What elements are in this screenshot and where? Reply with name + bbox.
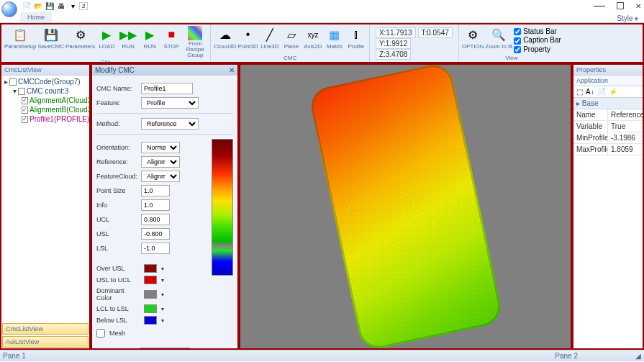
tree-item[interactable]: AlignmentB(Cloud3D) [3, 105, 88, 114]
print-icon[interactable]: 🖶 [56, 1, 66, 11]
lsl-input[interactable] [141, 243, 170, 254]
colorbar [212, 139, 233, 276]
info-z: Z:3.4708 [376, 49, 411, 60]
resize-grip-icon[interactable]: ◢ [635, 352, 641, 360]
chk-captionbar[interactable]: Caption Bar [514, 36, 561, 44]
featurecloud-select[interactable]: AlignmentB [141, 171, 180, 182]
info-x: X:11.7913 [376, 27, 416, 38]
pointsize-input[interactable] [141, 185, 170, 196]
ribbon-group-label: View [462, 54, 561, 62]
ribbon: 📋ParamSetup 💾SaveCMC ⚙Parameters ▶LOAD ▶… [0, 23, 644, 63]
modify-panel: Modify CMC✕ CMC Name: Feature:Profile Me… [91, 63, 239, 350]
usl-input[interactable] [141, 228, 170, 240]
option-button[interactable]: ⚙OPTION [462, 26, 484, 50]
profile-button[interactable]: ⫿Profile [346, 26, 366, 50]
point3d-button[interactable]: •Point3D [237, 26, 258, 50]
ribbon-group-file: 📋ParamSetup 💾SaveCMC ⚙Parameters ▶LOAD ▶… [1, 24, 211, 62]
tree-item[interactable]: AlignmentA(Cloud3D) [3, 96, 88, 105]
info-input[interactable] [141, 199, 170, 211]
minimize-button[interactable]: — [594, 0, 605, 12]
prop-row: MinProfile-3.1986 [573, 132, 643, 144]
qat-more-icon[interactable]: ▾ [68, 1, 78, 11]
orientation-select[interactable]: Normal [141, 142, 180, 153]
info-y: Y:1.9912 [376, 38, 411, 49]
properties-subtitle: Application [573, 76, 643, 86]
over-usl-swatch[interactable] [144, 264, 157, 273]
ribbon-group-info: X:11.7913T:0.0547 Y:1.9912 Z:3.4708 Info [370, 24, 459, 62]
chk-statusbar[interactable]: Status Bar [514, 27, 561, 35]
ribbon-group-label: CMC [214, 54, 366, 62]
statusbar: Pane 1 Pane 2◢ [0, 350, 644, 361]
cmc-tree[interactable]: ▸CMCCode(Group7) ▾CMC count:3 AlignmentA… [1, 76, 89, 322]
maximize-button[interactable] [617, 2, 624, 9]
run2-button[interactable]: ▶RUN [140, 26, 160, 50]
plane-button[interactable]: ▱Plane [281, 26, 301, 50]
method-select[interactable]: Reference [141, 118, 199, 130]
ucl-input[interactable] [141, 214, 170, 225]
prop-row: NameReferenceCloud [573, 109, 643, 121]
ok-button[interactable]: OK [140, 348, 190, 348]
prop-sort-icon[interactable]: ⬚ [576, 88, 583, 96]
axis2d-button[interactable]: xyzAxis2D [303, 26, 323, 50]
prop-doc-icon[interactable]: 📄 [597, 88, 606, 96]
tab-aoilistview[interactable]: AoiListView [2, 336, 89, 348]
status-pane2: Pane 2 [555, 352, 578, 360]
below-lsl-swatch[interactable] [144, 316, 157, 325]
close-icon[interactable]: ✕ [229, 66, 235, 74]
prop-category[interactable]: ▸ Base [573, 98, 643, 109]
tab-home[interactable]: Home [20, 12, 52, 22]
status-pane1: Pane 1 [3, 352, 26, 360]
dominant-swatch[interactable] [144, 290, 157, 299]
match-button[interactable]: ▦Match [325, 26, 345, 50]
ribbon-group-cmc: ☁Cloud3D •Point3D ╱Line3D ▱Plane xyzAxis… [211, 24, 370, 62]
prop-az-icon[interactable]: A↓ [586, 88, 594, 96]
heatmap-surface [307, 63, 504, 350]
tab-cmclistview[interactable]: CmcListView [2, 323, 89, 335]
savecmc-button[interactable]: 💾SaveCMC [37, 26, 63, 50]
cloud3d-button[interactable]: ☁Cloud3D [214, 26, 236, 50]
zoomfit-button[interactable]: 🔍Zoom to fit [486, 26, 513, 50]
lcl-lsl-swatch[interactable] [144, 304, 157, 313]
mesh-checkbox[interactable] [96, 327, 105, 339]
parameters-button[interactable]: ⚙Parameters [65, 26, 95, 50]
feature-select[interactable]: Profile [141, 97, 199, 109]
tree-item[interactable]: ▾CMC count:3 [3, 86, 88, 96]
reference-select[interactable]: AlignmentA [141, 156, 180, 168]
chk-property[interactable]: Property [514, 45, 561, 53]
open-icon[interactable]: 📂 [33, 1, 43, 11]
properties-panel: Properties Application ⬚ A↓ 📄 ⚡ ▸ Base N… [572, 63, 644, 350]
app-orb-button[interactable] [1, 1, 17, 17]
left-panel: CmcListView ▸CMCCode(Group7) ▾CMC count:… [0, 63, 91, 350]
3d-viewport[interactable] [239, 63, 572, 350]
stop-button[interactable]: ■STOP [161, 26, 181, 50]
prop-row: MaxProfile1.8059 [573, 144, 643, 155]
recipegroup-button[interactable]: From Recipe Group [183, 26, 207, 58]
new-icon[interactable]: 📄 [22, 1, 32, 11]
titlebar: 📄 📂 💾 🖶 ▾ 2 — ✕ [0, 0, 644, 12]
cmc-name-input[interactable] [141, 83, 193, 94]
modify-title: Modify CMC [95, 66, 135, 74]
close-button[interactable]: ✕ [635, 2, 641, 10]
save-icon[interactable]: 💾 [45, 1, 55, 11]
ribbon-group-view: ⚙OPTION 🔍Zoom to fit Status Bar Caption … [459, 24, 564, 62]
left-panel-title: CmcListView [1, 65, 89, 76]
properties-title: Properties [573, 65, 643, 76]
run-button[interactable]: ▶▶RUN [118, 26, 138, 50]
properties-grid: ▸ Base NameReferenceCloud VariableTrue M… [573, 98, 643, 155]
tree-item[interactable]: ▸CMCCode(Group7) [3, 77, 88, 86]
paramsetup-button[interactable]: 📋ParamSetup [4, 26, 36, 50]
prop-flash-icon[interactable]: ⚡ [609, 88, 617, 96]
tree-item[interactable]: Profile1(PROFILE) [3, 114, 88, 124]
qat-badge: 2 [79, 2, 88, 10]
info-t: T:0.0547 [418, 27, 453, 38]
usl-ucl-swatch[interactable] [144, 276, 157, 284]
load-button[interactable]: ▶LOAD [96, 26, 117, 50]
style-dropdown[interactable]: Style ▾ [617, 14, 644, 22]
ribbon-tabs: Home Style ▾ [0, 12, 644, 23]
line3d-button[interactable]: ╱Line3D [260, 26, 280, 50]
prop-row: VariableTrue [573, 121, 643, 132]
